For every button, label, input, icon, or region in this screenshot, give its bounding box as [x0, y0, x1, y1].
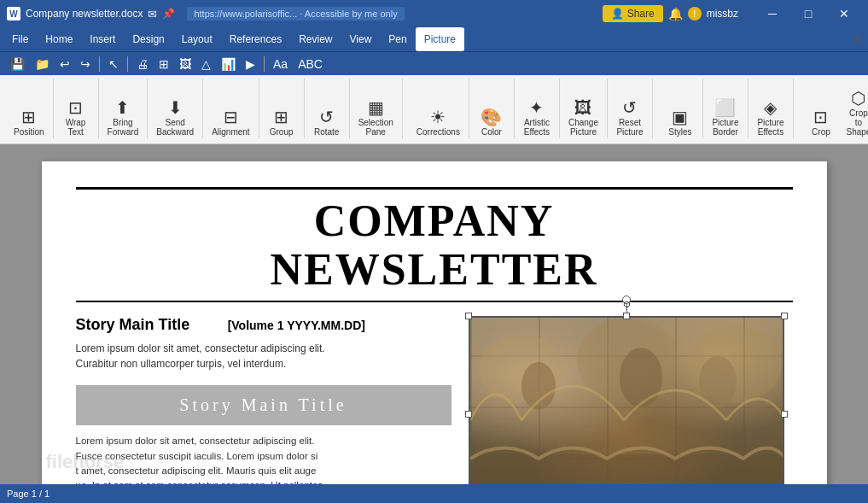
styles-button[interactable]: ▣ Styles — [663, 107, 697, 138]
ribbon-group-artistic: ✦ ArtisticEffects — [516, 79, 560, 138]
send-backward-button[interactable]: ⬇ SendBackward — [153, 97, 197, 138]
qa-redo[interactable]: ↪ — [77, 56, 94, 73]
picture-effects-button[interactable]: ◈ PictureEffects — [754, 97, 788, 138]
menu-pen[interactable]: Pen — [380, 27, 415, 51]
position-button[interactable]: ⊞ Position — [10, 107, 48, 138]
corrections-button[interactable]: ☀ Corrections — [413, 107, 463, 138]
qa-table[interactable]: ⊞ — [155, 56, 172, 73]
qa-shape[interactable]: △ — [198, 56, 214, 73]
corrections-icon: ☀ — [430, 108, 446, 126]
wrap-text-icon: ⊡ — [68, 99, 83, 116]
document-image[interactable] — [469, 316, 784, 485]
ribbon-group-color: 🎨 Color — [471, 79, 515, 138]
reset-picture-button[interactable]: ↺ ResetPicture — [613, 97, 647, 138]
color-button[interactable]: 🎨 Color — [475, 107, 509, 138]
qa-save[interactable]: 💾 — [7, 56, 28, 73]
menu-home[interactable]: Home — [37, 27, 81, 51]
menu-review[interactable]: Review — [290, 27, 341, 51]
window-controls: ─ □ ✕ — [755, 0, 861, 27]
rotate-handle[interactable]: ○ — [622, 295, 631, 304]
fresco-art — [470, 318, 783, 485]
ribbon-group-crop: ⊡ Crop ⬡ Crop toShape ⊞ Cut ByAspect Rat… — [801, 79, 868, 138]
qa-cursor[interactable]: ↖ — [105, 56, 122, 73]
ribbon-group-send: ⬇ SendBackward — [149, 79, 203, 138]
styles-icon: ▣ — [672, 108, 688, 126]
handle-middle-left[interactable] — [465, 411, 472, 418]
close-button[interactable]: ✕ — [827, 0, 861, 27]
qa-format[interactable]: Aa — [270, 56, 291, 73]
minimize-button[interactable]: ─ — [755, 0, 789, 27]
story-box: Story Main Title — [76, 385, 451, 425]
handle-middle-right[interactable] — [781, 411, 788, 418]
ribbon-group-rotate: ↺ Rotate — [306, 79, 350, 138]
color-icon: 🎨 — [481, 108, 502, 126]
picture-border-button[interactable]: ⬜ PictureBorder — [708, 97, 743, 138]
ribbon-group-reset-pic: ↺ ResetPicture — [609, 79, 653, 138]
rotate-button[interactable]: ↺ Rotate — [310, 107, 344, 138]
document-page[interactable]: COMPANY NEWSLETTER Story Main Title [Vol… — [42, 161, 827, 485]
settings-icon[interactable]: ⚙ — [850, 31, 865, 48]
document-title: Company newsletter.docx — [26, 8, 143, 20]
page-info: Page 1 / 1 — [7, 488, 50, 499]
title-bar-actions: 👤 Share 🔔 ! missbz ─ □ ✕ — [603, 0, 861, 27]
svg-rect-6 — [470, 454, 783, 485]
menu-picture[interactable]: Picture — [416, 27, 464, 51]
qa-print[interactable]: 🖨 — [133, 56, 152, 73]
handle-top-right[interactable] — [781, 313, 788, 319]
artistic-effects-button[interactable]: ✦ ArtisticEffects — [520, 97, 554, 138]
menu-view[interactable]: View — [341, 27, 381, 51]
story-main-title: Story Main Title — [76, 316, 190, 333]
qa-arrow[interactable]: ▶ — [242, 56, 259, 73]
qa-undo[interactable]: ↩ — [56, 56, 73, 73]
url-bar[interactable]: https://www.polarisoffic... · Accessible… — [187, 7, 404, 20]
menu-design[interactable]: Design — [124, 27, 172, 51]
ribbon-group-group: ⊞ Group — [261, 79, 305, 138]
fresco-svg — [470, 318, 783, 485]
send-backward-icon: ⬇ — [168, 99, 183, 116]
selection-pane-button[interactable]: ▦ SelectionPane — [355, 97, 397, 138]
story-body-2: Lorem ipsum dolor sit amet, consectetur … — [76, 434, 451, 485]
ribbon-group-bring: ⬆ BringForward — [101, 79, 149, 138]
ribbon-group-alignment: ⊟ Alignment — [205, 79, 259, 138]
bring-forward-button[interactable]: ⬆ BringForward — [104, 97, 143, 138]
crop-to-shape-button[interactable]: ⬡ Crop toShape — [842, 88, 868, 138]
alignment-icon: ⊟ — [224, 108, 238, 126]
menu-references[interactable]: References — [221, 27, 290, 51]
position-icon: ⊞ — [21, 108, 36, 126]
share-button[interactable]: 👤 Share — [603, 5, 662, 22]
group-icon: ⊞ — [274, 108, 288, 126]
qa-image[interactable]: 🖼 — [176, 56, 195, 73]
title-bar-left: W Company newsletter.docx ✉ 📌 https://ww… — [7, 7, 603, 20]
reset-picture-icon: ↺ — [622, 99, 637, 116]
story-date: [Volume 1 YYYY.MM.DD] — [228, 319, 365, 332]
user-name: missbz — [707, 8, 738, 20]
qa-spelling[interactable]: ABC — [294, 56, 326, 73]
qa-chart[interactable]: 📊 — [218, 56, 239, 73]
menu-file[interactable]: File — [3, 27, 37, 51]
bell-icon[interactable]: 🔔 — [668, 7, 683, 20]
story-body: Lorem ipsum dolor sit amet, consectetur … — [76, 341, 451, 371]
picture-effects-icon: ◈ — [764, 99, 777, 116]
pin-icon: 📌 — [162, 8, 175, 20]
maximize-button[interactable]: □ — [791, 0, 825, 27]
qa-open[interactable]: 📁 — [32, 56, 53, 73]
ribbon-group-position: ⊞ Position — [7, 79, 54, 138]
crop-button[interactable]: ⊡ Crop — [804, 107, 838, 138]
menu-bar: File Home Insert Design Layout Reference… — [0, 27, 868, 51]
handle-top-left[interactable] — [465, 313, 472, 319]
ribbon-group-wrap: ⊡ WrapText — [55, 79, 99, 138]
crop-to-shape-icon: ⬡ — [851, 90, 865, 107]
menu-layout[interactable]: Layout — [173, 27, 221, 51]
ribbon-group-change-pic: 🖼 ChangePicture — [562, 79, 608, 138]
group-button[interactable]: ⊞ Group — [265, 107, 299, 138]
handle-top-middle[interactable] — [623, 313, 630, 319]
wrap-text-button[interactable]: ⊡ WrapText — [59, 97, 93, 138]
alignment-button[interactable]: ⊟ Alignment — [208, 107, 253, 138]
newsletter-title: COMPANY NEWSLETTER — [76, 187, 793, 302]
image-container[interactable]: ○ — [469, 316, 784, 485]
picture-border-icon: ⬜ — [714, 99, 736, 116]
menu-insert[interactable]: Insert — [81, 27, 124, 51]
change-picture-icon: 🖼 — [574, 99, 591, 116]
change-picture-button[interactable]: 🖼 ChangePicture — [565, 97, 602, 138]
ribbon-group-corrections: ☀ Corrections — [410, 79, 469, 138]
